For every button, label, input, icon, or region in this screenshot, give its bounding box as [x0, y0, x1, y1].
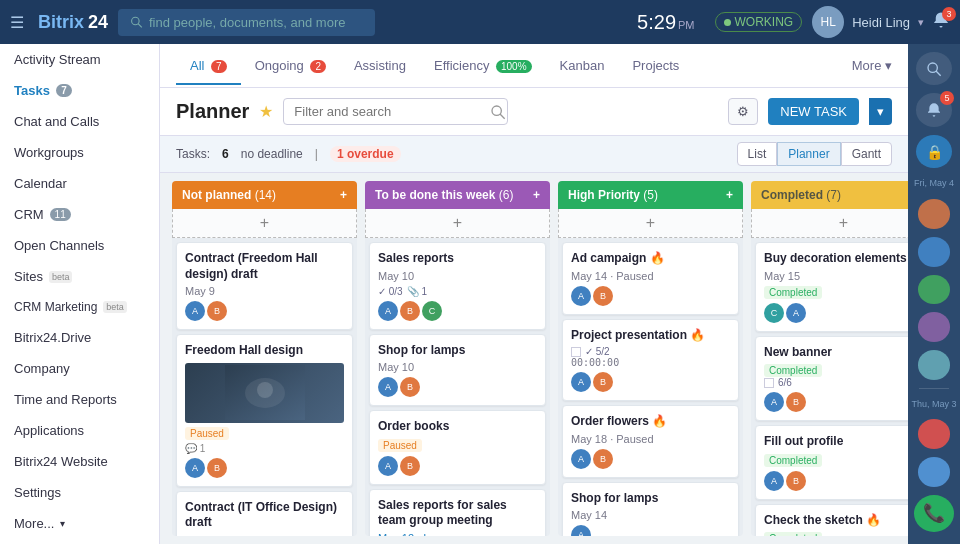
- sidebar-item-tasks[interactable]: Tasks 7: [0, 75, 159, 106]
- rs-avatar-1: [918, 199, 950, 229]
- card-order-books[interactable]: Order books Paused A B: [369, 410, 546, 485]
- sidebar-item-company[interactable]: Company: [0, 353, 159, 384]
- sidebar: Activity Stream Tasks 7 Chat and Calls W…: [0, 44, 160, 544]
- tab-ongoing-badge: 2: [310, 60, 326, 73]
- card-project-presentation[interactable]: Project presentation 🔥 ✓ 5/2 00:00:00 A …: [562, 319, 739, 402]
- working-status[interactable]: WORKING: [715, 12, 803, 32]
- avatar: C: [764, 303, 784, 323]
- planner-view-btn[interactable]: Planner: [777, 142, 840, 166]
- rs-avatar-3: [918, 275, 950, 305]
- tab-kanban[interactable]: Kanban: [546, 46, 619, 85]
- new-task-button[interactable]: NEW TASK: [768, 98, 859, 125]
- card-order-flowers[interactable]: Order flowers 🔥 May 18 · Paused A B: [562, 405, 739, 478]
- sidebar-item-activity-stream[interactable]: Activity Stream: [0, 44, 159, 75]
- avatar: A: [786, 303, 806, 323]
- sidebar-item-drive[interactable]: Bitrix24.Drive: [0, 322, 159, 353]
- sidebar-item-reports[interactable]: Time and Reports: [0, 384, 159, 415]
- sidebar-item-chat[interactable]: Chat and Calls: [0, 106, 159, 137]
- svg-line-3: [500, 114, 505, 119]
- main-layout: Activity Stream Tasks 7 Chat and Calls W…: [0, 44, 960, 544]
- rs-search-btn[interactable]: [916, 52, 952, 85]
- app-logo: Bitrix24: [38, 12, 108, 33]
- avatar: B: [593, 372, 613, 392]
- avatar: A: [378, 301, 398, 321]
- hamburger-icon[interactable]: ☰: [10, 13, 24, 32]
- svg-line-8: [936, 71, 941, 76]
- tab-assisting[interactable]: Assisting: [340, 46, 420, 85]
- rs-notif-btn[interactable]: 5: [916, 93, 952, 126]
- task-count: 6: [222, 147, 229, 161]
- task-meta-bar: Tasks: 6 no deadline | 1 overdue List Pl…: [160, 136, 908, 173]
- main-content: All 7 Ongoing 2 Assisting Efficiency 100…: [160, 44, 908, 544]
- rs-date-thu: Thu, May 3: [909, 397, 958, 412]
- planner-settings-btn[interactable]: ⚙: [728, 98, 758, 125]
- sidebar-item-applications[interactable]: Applications: [0, 415, 159, 446]
- card-shop-lamps-priority[interactable]: Shop for lamps May 14 A: [562, 482, 739, 536]
- tab-efficiency-badge: 100%: [496, 60, 532, 73]
- user-dropdown-icon[interactable]: ▾: [918, 16, 924, 29]
- search-bar[interactable]: [118, 9, 375, 36]
- right-sidebar: 5 🔒 Fri, May 4 Thu, May 3 📞: [908, 44, 960, 544]
- avatar: B: [400, 301, 420, 321]
- col-add-completed[interactable]: +: [751, 209, 908, 238]
- phone-button[interactable]: 📞: [914, 495, 954, 532]
- sidebar-item-website[interactable]: Bitrix24 Website: [0, 446, 159, 477]
- new-task-dropdown-btn[interactable]: ▾: [869, 98, 892, 125]
- card-contract-freedom[interactable]: Contract (Freedom Hall design) draft May…: [176, 242, 353, 330]
- avatar: B: [400, 456, 420, 476]
- tab-all[interactable]: All 7: [176, 46, 241, 85]
- filter-search-input[interactable]: [283, 98, 507, 125]
- card-buy-decoration[interactable]: Buy decoration elements May 15 Completed…: [755, 242, 908, 332]
- avatar: B: [207, 301, 227, 321]
- avatar: B: [400, 377, 420, 397]
- page-title: Planner: [176, 100, 249, 123]
- card-fill-out-profile[interactable]: Fill out profile Completed A B: [755, 425, 908, 500]
- planner-header: Planner ★ ⚙ NEW TASK ▾: [160, 88, 908, 136]
- kanban-board: Not planned (14) + + Contract (Freedom H…: [160, 173, 908, 544]
- card-sales-meeting[interactable]: Sales reports for sales team group meeti…: [369, 489, 546, 536]
- card-new-banner[interactable]: New banner Completed 6/6 A B: [755, 336, 908, 422]
- rs-lock-btn[interactable]: 🔒: [916, 135, 952, 168]
- sidebar-item-more[interactable]: More... ▾: [0, 508, 159, 539]
- col-add-not-planned[interactable]: +: [172, 209, 357, 238]
- tab-ongoing[interactable]: Ongoing 2: [241, 46, 340, 85]
- sidebar-item-workgroups[interactable]: Workgroups: [0, 137, 159, 168]
- list-view-btn[interactable]: List: [737, 142, 778, 166]
- avatar: A: [571, 525, 591, 536]
- rs-avatar-6: [918, 419, 950, 449]
- tab-projects[interactable]: Projects: [618, 46, 693, 85]
- col-add-high-priority[interactable]: +: [558, 209, 743, 238]
- svg-line-1: [138, 24, 142, 28]
- sidebar-item-crm[interactable]: CRM 11: [0, 199, 159, 230]
- sidebar-item-calendar[interactable]: Calendar: [0, 168, 159, 199]
- avatar: B: [593, 449, 613, 469]
- sidebar-item-crm-marketing[interactable]: CRM Marketing beta: [0, 292, 159, 322]
- sidebar-item-sites[interactable]: Sites beta: [0, 261, 159, 292]
- overdue-badge: 1 overdue: [330, 146, 401, 162]
- sidebar-item-settings[interactable]: Settings: [0, 477, 159, 508]
- gantt-view-btn[interactable]: Gantt: [841, 142, 892, 166]
- search-input[interactable]: [149, 15, 363, 30]
- sidebar-item-open-channels[interactable]: Open Channels: [0, 230, 159, 261]
- card-contract-it[interactable]: Contract (IT Office Design) draft May 17…: [176, 491, 353, 536]
- user-avatar[interactable]: HL: [812, 6, 844, 38]
- col-cards-not-planned: Contract (Freedom Hall design) draft May…: [172, 238, 357, 536]
- tab-efficiency[interactable]: Efficiency 100%: [420, 46, 546, 85]
- card-check-sketch[interactable]: Check the sketch 🔥 Completed 4/4 A B: [755, 504, 908, 536]
- card-sales-reports[interactable]: Sales reports May 10 ✓ 0/3 📎 1 A B C: [369, 242, 546, 330]
- clock-display: 5:29PM: [637, 11, 694, 34]
- col-header-not-planned: Not planned (14) +: [172, 181, 357, 209]
- card-ad-campaign[interactable]: Ad campaign 🔥 May 14 · Paused A B: [562, 242, 739, 315]
- card-shop-lamps-week[interactable]: Shop for lamps May 10 A B: [369, 334, 546, 407]
- favorite-star-icon[interactable]: ★: [259, 102, 273, 121]
- svg-point-0: [132, 17, 140, 25]
- col-add-this-week[interactable]: +: [365, 209, 550, 238]
- avatar: B: [786, 471, 806, 491]
- rs-avatar-2: [918, 237, 950, 267]
- search-icon: [130, 15, 143, 29]
- tabs-more-btn[interactable]: More ▾: [852, 58, 892, 73]
- card-freedom-hall-design[interactable]: Freedom Hall design Paused 💬 1 A B: [176, 334, 353, 487]
- tasks-badge: 7: [56, 84, 72, 97]
- avatar: A: [764, 471, 784, 491]
- notifications-button[interactable]: 3: [932, 11, 950, 34]
